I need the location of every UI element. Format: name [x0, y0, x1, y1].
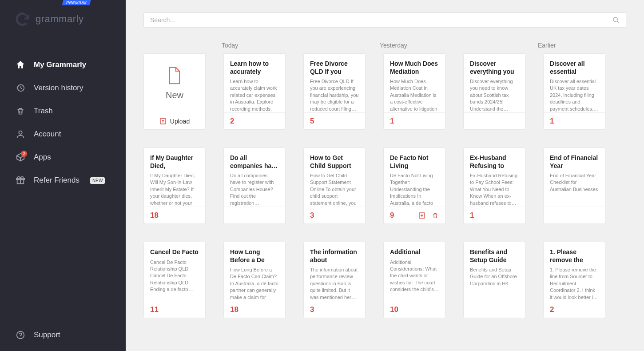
svg-point-4 [613, 17, 617, 21]
nav-account[interactable]: Account [0, 123, 126, 146]
document-card[interactable]: How Much Does MediationHow Much Does Med… [383, 53, 445, 130]
card-text: Learn how to accurately claim work relat… [230, 78, 279, 112]
document-card[interactable]: Free Divorce QLD If youFree Divorce QLD … [303, 53, 366, 130]
card-title: The information about [310, 248, 359, 264]
document-card[interactable]: Learn how to accuratelyLearn how to accu… [223, 53, 286, 130]
document-card[interactable]: AdditionalAdditional Considerations: Wha… [383, 242, 445, 318]
bottom-nav: Support [0, 323, 126, 351]
card-text: Benefits and Setup Guide for an Offshore… [470, 267, 519, 287]
notification-badge: 2 [21, 151, 27, 157]
help-icon [15, 330, 26, 340]
card-text: How Much Does Mediation Cost in Australi… [390, 78, 439, 112]
sidebar: PREMIUM grammarly My Grammarly Version h… [0, 0, 126, 351]
home-icon [15, 60, 26, 70]
upload-button[interactable]: Upload [144, 113, 205, 129]
card-text: End of Financial Year Checklist for Aust… [550, 172, 599, 193]
nav-support[interactable]: Support [0, 323, 126, 347]
card-count: 18 [150, 211, 159, 220]
document-card[interactable]: Ex-Husband Refusing toEx-Husband Refusin… [463, 148, 525, 224]
nav-label: Apps [34, 153, 51, 162]
trash-icon[interactable] [432, 212, 439, 219]
nav-label: Support [34, 331, 60, 339]
card-title: How Long Before a De [230, 248, 279, 264]
search-input[interactable] [150, 16, 612, 24]
logo[interactable]: grammarly [0, 0, 126, 36]
card-count: 2 [550, 305, 554, 314]
document-card[interactable]: End of Financial YearEnd of Financial Ye… [543, 148, 605, 224]
card-text: If My Daughter Died, Will My Son-in-Law … [150, 172, 199, 207]
svg-point-1 [19, 131, 22, 134]
card-title: Learn how to accurately [230, 60, 279, 76]
nav: My Grammarly Version history Trash Accou… [0, 36, 126, 192]
card-count: 2 [230, 117, 234, 126]
card-text: How Long Before a De Facto Can Claim? In… [230, 267, 279, 301]
logo-text: grammarly [36, 13, 83, 25]
new-label: New [166, 90, 183, 100]
card-text: Free Divorce QLD If you are experiencing… [310, 78, 359, 112]
card-text: Cancel De Facto Relationship QLD Cancel … [150, 259, 199, 293]
card-count: 10 [390, 305, 398, 314]
history-icon [15, 83, 26, 93]
card-text: Additional Considerations: What the chil… [390, 259, 439, 293]
card-text: 1. Please remove the line from Sourcer t… [550, 267, 599, 301]
download-icon[interactable] [418, 212, 425, 219]
card-count: 1 [390, 117, 394, 126]
nav-label: Version history [34, 84, 83, 92]
document-card[interactable]: If My Daughter Died,If My Daughter Died,… [143, 148, 206, 224]
nav-my-grammarly[interactable]: My Grammarly [0, 53, 126, 76]
upload-icon [159, 118, 167, 125]
main-content: Today Yesterday Earlier New Upload Learn… [126, 0, 644, 351]
grammarly-logo-icon [15, 12, 30, 27]
box-icon: 2 [15, 152, 26, 163]
card-count: 1 [550, 117, 554, 126]
nav-label: Account [34, 130, 61, 139]
document-card[interactable]: De Facto Not LivingDe Facto Not Living T… [383, 148, 445, 224]
card-text: De Facto Not Living Together: Understand… [390, 172, 439, 207]
nav-label: My Grammarly [34, 60, 86, 69]
nav-apps[interactable]: 2 Apps [0, 146, 126, 169]
document-card[interactable]: How to Get Child SupportHow to Get Child… [303, 148, 366, 224]
card-count: 3 [310, 211, 314, 220]
card-text: Discover everything you need to know abo… [470, 78, 519, 112]
card-count: 9 [390, 211, 394, 220]
document-card[interactable]: The information aboutThe information abo… [303, 242, 366, 318]
premium-badge: PREMIUM [62, 0, 91, 5]
upload-label: Upload [170, 118, 190, 125]
card-title: De Facto Not Living [390, 154, 439, 170]
card-title: Benefits and Setup Guide [470, 248, 519, 264]
nav-version-history[interactable]: Version history [0, 76, 126, 100]
card-title: Additional [390, 248, 439, 256]
document-card[interactable]: Discover all essentialDiscover all essen… [543, 53, 605, 130]
section-headers: Today Yesterday Earlier [143, 42, 626, 49]
card-count: 11 [150, 305, 159, 314]
document-card[interactable]: Do all companies have toDo all companies… [223, 148, 286, 224]
search-box[interactable] [143, 12, 626, 28]
section-today: Today [222, 42, 364, 49]
card-text: Discover all essential UK tax year dates… [550, 78, 599, 112]
user-icon [15, 129, 26, 140]
nav-trash[interactable]: Trash [0, 100, 126, 123]
card-text: Do all companies have to register with C… [230, 172, 279, 207]
search-icon [612, 16, 620, 24]
trash-icon [15, 106, 26, 116]
document-card[interactable]: How Long Before a DeHow Long Before a De… [223, 242, 286, 318]
document-card[interactable]: 1. Please remove the1. Please remove the… [543, 242, 605, 318]
nav-label: Refer Friends [34, 176, 80, 185]
page-icon [167, 66, 182, 85]
nav-label: Trash [34, 107, 53, 116]
document-card[interactable]: Discover everything youDiscover everythi… [463, 53, 525, 130]
card-text: The information about performance review… [310, 267, 359, 301]
card-title: How Much Does Mediation [390, 60, 439, 76]
gift-icon [15, 175, 26, 186]
new-document-card[interactable]: New Upload [143, 53, 206, 130]
card-title: Cancel De Facto [150, 248, 199, 256]
document-grid: New Upload Learn how to accuratelyLearn … [143, 53, 626, 318]
card-title: 1. Please remove the [550, 248, 599, 264]
nav-refer-friends[interactable]: Refer Friends NEW [0, 169, 126, 192]
card-title: Discover everything you [470, 60, 519, 76]
card-text: Ex-Husband Refusing to Pay School Fees: … [470, 172, 519, 207]
card-title: Free Divorce QLD If you [310, 60, 359, 76]
document-card[interactable]: Benefits and Setup GuideBenefits and Set… [463, 242, 525, 318]
card-title: Ex-Husband Refusing to [470, 154, 519, 170]
document-card[interactable]: Cancel De FactoCancel De Facto Relations… [143, 242, 206, 318]
